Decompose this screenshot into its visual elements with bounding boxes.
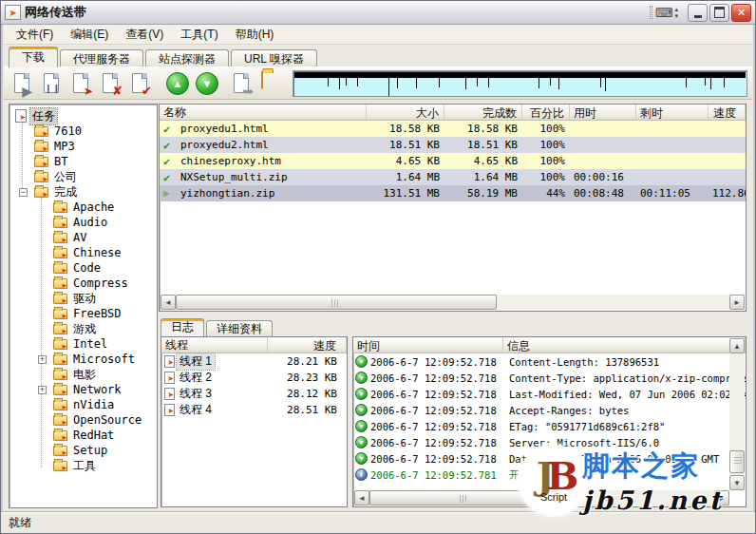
expander-minus-icon[interactable]: − bbox=[19, 188, 28, 197]
tree-item-bt[interactable]: ➤BT bbox=[9, 154, 157, 169]
task-column-header-5[interactable]: 剩时 bbox=[636, 105, 709, 120]
tree-item-7610[interactable]: ➤7610 bbox=[9, 124, 157, 139]
task-row-nxsetup-multi-zip[interactable]: ✔NXSetup_multi.zip1.64 MB1.64 MB100%00:0… bbox=[160, 169, 746, 185]
folder-icon: ➤ bbox=[53, 354, 67, 365]
tree-item-驱动[interactable]: ➤驱动 bbox=[9, 291, 157, 306]
scrollbar-track[interactable] bbox=[369, 490, 714, 505]
menu-item-tools[interactable]: 工具(T) bbox=[172, 25, 226, 45]
tree-item-redhat[interactable]: ➤RedHat bbox=[9, 428, 157, 443]
minimize-button[interactable] bbox=[688, 4, 708, 22]
scroll-up-icon[interactable]: ▲ bbox=[729, 338, 745, 353]
expander-plus-icon[interactable]: + bbox=[38, 386, 47, 394]
pause-task-button[interactable]: ❙❙ bbox=[38, 69, 66, 97]
task-column-header-1[interactable]: 大小 bbox=[367, 105, 444, 120]
task-row-yizhongtian-zip[interactable]: ▶yizhongtian.zip131.51 MB58.19 MB44%00:0… bbox=[160, 185, 746, 201]
log-row[interactable]: ▼2006-6-7 12:09:52.718Content-Length: 13… bbox=[353, 353, 746, 370]
log-row[interactable]: i2006-6-7 12:09:52.781开始接收数据 bbox=[353, 467, 746, 483]
resume-task-button[interactable]: ➤ bbox=[67, 69, 96, 97]
language-bar[interactable]: ⌨ ▴▾ bbox=[647, 6, 678, 19]
log-column-header-0[interactable]: 时间 bbox=[353, 337, 503, 353]
tree-item-network[interactable]: +➤Network bbox=[9, 382, 157, 397]
scrollbar-track[interactable] bbox=[176, 295, 729, 310]
tree-item-intel[interactable]: ➤Intel bbox=[9, 336, 157, 352]
task-column-header-3[interactable]: 百分比 bbox=[522, 105, 570, 120]
task-row-proxyedu2-html[interactable]: ✔proxyedu2.html18.51 KB18.51 KB100% bbox=[160, 137, 746, 153]
log-vscrollbar[interactable]: ▲ ▼ bbox=[729, 338, 745, 490]
scrollbar-thumb[interactable] bbox=[369, 490, 559, 505]
tree-item-microsoft[interactable]: +➤Microsoft bbox=[9, 352, 157, 367]
scrollbar-thumb[interactable] bbox=[176, 295, 497, 310]
tab-site-explorer[interactable]: 站点探测器 bbox=[145, 49, 229, 67]
log-row[interactable]: ▼2006-6-7 12:09:52.718Content-Type: appl… bbox=[353, 370, 746, 386]
task-row-proxyedu1-html[interactable]: ✔proxyedu1.html18.58 KB18.58 KB100% bbox=[160, 121, 746, 137]
redownload-button[interactable]: ➥ bbox=[228, 69, 256, 97]
tree-item-compress[interactable]: ➤Compress bbox=[9, 276, 157, 291]
expander-plus-icon[interactable]: + bbox=[38, 355, 47, 364]
log-row[interactable]: ▼2006-6-7 12:09:52.718Last-Modified: Wed… bbox=[353, 386, 746, 402]
delete-task-button[interactable]: ✘ bbox=[97, 69, 125, 97]
check-task-button[interactable]: ✔ bbox=[126, 69, 155, 97]
tree-item-freebsd[interactable]: ➤FreeBSD bbox=[9, 306, 157, 321]
menu-item-help[interactable]: 帮助(H) bbox=[227, 25, 283, 45]
thread-row-线程-2[interactable]: ➤线程 228.23 KB bbox=[161, 370, 347, 386]
log-column-header-1[interactable]: 信息 bbox=[503, 337, 746, 353]
scroll-left-icon[interactable]: ◄ bbox=[161, 295, 176, 310]
task-column-header-2[interactable]: 完成数 bbox=[444, 105, 522, 120]
tree-item-chinese[interactable]: ➤Chinese bbox=[9, 245, 157, 260]
tree-item-mp3[interactable]: ➤MP3 bbox=[9, 139, 157, 154]
task-column-header-4[interactable]: 用时 bbox=[570, 105, 636, 120]
maximize-button[interactable] bbox=[709, 4, 729, 22]
thread-row-线程-3[interactable]: ➤线程 328.12 KB bbox=[161, 386, 347, 402]
tree-item-apache[interactable]: ➤Apache bbox=[9, 200, 157, 215]
tab-url-sniffer[interactable]: URL 嗅探器 bbox=[231, 49, 317, 67]
thread-row-线程-4[interactable]: ➤线程 428.51 KB bbox=[161, 402, 347, 418]
menu-item-file[interactable]: 文件(F) bbox=[8, 25, 62, 45]
log-message: Content-Length: 137896531 bbox=[505, 356, 746, 368]
tree-item-完成[interactable]: −➤完成 bbox=[9, 184, 157, 200]
move-down-button[interactable]: ▼ bbox=[192, 69, 220, 97]
delete-task-icon: ✘ bbox=[101, 72, 122, 95]
tab-download[interactable]: 下载 bbox=[9, 47, 58, 67]
tree-item-code[interactable]: ➤Code bbox=[9, 260, 157, 276]
log-row[interactable]: ▼2006-6-7 12:09:52.718Date: Wed, 07 Jun … bbox=[353, 450, 746, 467]
tree-item-公司[interactable]: ➤公司 bbox=[9, 169, 157, 184]
tree-item-nvidia[interactable]: ➤nVidia bbox=[9, 397, 157, 412]
scroll-down-icon[interactable]: ▼ bbox=[729, 475, 745, 490]
log-row[interactable]: ▼2006-6-7 12:09:52.718ETag: "0591771d689… bbox=[353, 418, 746, 434]
thread-row-线程-1[interactable]: ➤线程 128.21 KB bbox=[161, 353, 347, 370]
tree-item-label: Code bbox=[71, 261, 103, 275]
scrollbar-track[interactable] bbox=[729, 353, 745, 475]
thread-column-header-0[interactable]: 线程 bbox=[161, 337, 268, 353]
close-button[interactable]: ✕ bbox=[731, 4, 751, 22]
tree-item-setup[interactable]: ➤Setup bbox=[9, 443, 157, 458]
tree-item-av[interactable]: ➤AV bbox=[9, 230, 157, 245]
bottom-tab-log[interactable]: 日志 bbox=[161, 318, 204, 336]
new-task-button[interactable]: ▶ bbox=[9, 69, 37, 97]
bottom-tab-details[interactable]: 详细资料 bbox=[206, 320, 273, 336]
folder-icon: ➤ bbox=[34, 187, 48, 198]
task-list-hscrollbar[interactable]: ◄ ► bbox=[161, 295, 745, 310]
tree-item-opensource[interactable]: ➤OpenSource bbox=[9, 412, 157, 428]
thread-column-header-1[interactable]: 速度 bbox=[268, 337, 347, 353]
tree-item-audio[interactable]: ➤Audio bbox=[9, 215, 157, 230]
scroll-right-icon[interactable]: ► bbox=[714, 490, 729, 505]
log-row[interactable]: ▼2006-6-7 12:09:52.718Server: Microsoft-… bbox=[353, 434, 746, 450]
log-row[interactable]: ▼2006-6-7 12:09:52.718Accept-Ranges: byt… bbox=[353, 402, 746, 418]
menu-item-edit[interactable]: 编辑(E) bbox=[62, 25, 117, 45]
graph-tick bbox=[439, 77, 440, 87]
menu-item-view[interactable]: 查看(V) bbox=[117, 25, 172, 45]
tab-proxy-server[interactable]: 代理服务器 bbox=[60, 49, 143, 67]
task-column-header-0[interactable]: 名称 bbox=[160, 105, 367, 120]
scroll-right-icon[interactable]: ► bbox=[729, 295, 745, 310]
tree-item-工具[interactable]: ➤工具 bbox=[9, 458, 157, 473]
task-column-header-6[interactable]: 速度 bbox=[709, 105, 746, 120]
scrollbar-thumb[interactable] bbox=[729, 450, 745, 473]
scroll-left-icon[interactable]: ◄ bbox=[354, 490, 369, 505]
tree-item-游戏[interactable]: ➤游戏 bbox=[9, 321, 157, 336]
task-row-chineseproxy-htm[interactable]: ✔chineseproxy.htm4.65 KB4.65 KB100% bbox=[160, 153, 746, 169]
tree-item-任务[interactable]: ➤任务 bbox=[9, 108, 157, 124]
open-folder-button[interactable] bbox=[257, 69, 286, 97]
log-hscrollbar[interactable]: ◄ ► bbox=[354, 490, 729, 505]
tree-item-电影[interactable]: ➤电影 bbox=[9, 367, 157, 382]
move-up-button[interactable]: ▲ bbox=[162, 69, 191, 97]
